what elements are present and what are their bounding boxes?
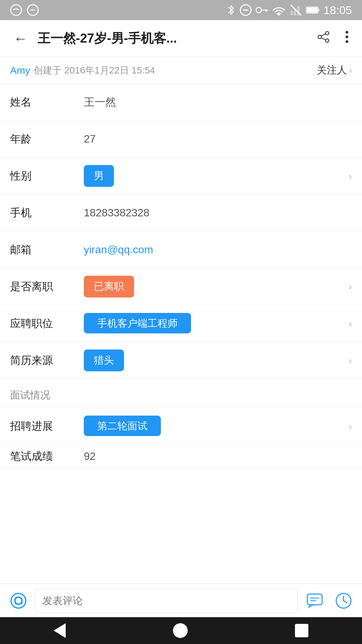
recruitment-badge[interactable]: 第二轮面试: [84, 416, 161, 436]
svg-line-20: [321, 34, 325, 36]
meta-author[interactable]: Amy: [10, 65, 30, 76]
svg-line-33: [344, 601, 347, 603]
field-value-resigned: 已离职: [84, 276, 345, 298]
meta-created: 创建于 2016年1月22日 15:54: [34, 64, 155, 77]
more-button[interactable]: [342, 27, 352, 50]
svg-point-17: [325, 32, 329, 35]
svg-point-22: [346, 31, 348, 34]
position-badge[interactable]: 手机客户端工程师: [84, 313, 191, 333]
field-label-gender: 性别: [10, 169, 84, 183]
position-chevron-icon: ›: [349, 318, 352, 329]
gender-badge[interactable]: 男: [84, 165, 114, 187]
svg-line-21: [321, 38, 325, 40]
follow-label: 关注人: [317, 63, 347, 77]
gender-chevron-icon: ›: [349, 170, 352, 182]
wifi-signal-icon: [272, 5, 286, 15]
resigned-chevron-icon: ›: [349, 281, 352, 292]
field-value-name: 王一然: [84, 95, 352, 110]
field-value-recruitment: 第二轮面试: [84, 419, 345, 433]
field-value-phone: 18283382328: [84, 207, 352, 219]
section-header-interview: 面试情况: [0, 379, 362, 408]
svg-rect-10: [291, 11, 293, 15]
svg-point-23: [346, 36, 348, 38]
share-button[interactable]: [312, 27, 335, 50]
field-label-recruitment: 招聘进展: [10, 419, 84, 434]
status-bar-left: [10, 4, 39, 16]
field-label-position: 应聘职位: [10, 316, 84, 331]
field-value-age: 27: [84, 133, 352, 145]
field-value-email[interactable]: yiran@qq.com: [84, 244, 352, 256]
follow-chevron-icon: ›: [349, 65, 352, 76]
svg-point-19: [325, 39, 329, 42]
svg-marker-28: [309, 605, 313, 607]
signal-icon: [27, 4, 39, 16]
field-position[interactable]: 应聘职位 手机客户端工程师 ›: [0, 305, 362, 342]
field-label-name: 姓名: [10, 95, 84, 110]
app-bar: ← 王一然-27岁-男-手机客...: [0, 20, 362, 57]
status-bar-right: 18:05: [226, 4, 352, 17]
field-gender[interactable]: 性别 男 ›: [0, 158, 362, 195]
field-value-gender: 男: [84, 165, 345, 187]
field-score-partial: 笔试成绩 92: [0, 445, 362, 468]
svg-point-0: [11, 5, 21, 15]
nav-back-button[interactable]: [54, 623, 66, 638]
source-badge[interactable]: 猎头: [84, 350, 124, 371]
no-signal-icon: [290, 4, 302, 16]
svg-point-24: [346, 40, 348, 43]
source-chevron-icon: ›: [349, 355, 352, 366]
field-label-resigned: 是否离职: [10, 279, 84, 294]
field-age: 年龄 27: [0, 121, 362, 158]
field-label-phone: 手机: [10, 206, 84, 220]
nav-recent-button[interactable]: [295, 624, 308, 637]
status-bar: 18:05: [0, 0, 362, 20]
clock-icon-button[interactable]: [332, 589, 355, 612]
recruitment-chevron-icon: ›: [349, 421, 352, 432]
svg-point-18: [318, 35, 321, 39]
svg-point-25: [11, 593, 26, 608]
status-time: 18:05: [323, 4, 352, 17]
back-button[interactable]: ←: [10, 27, 31, 50]
nav-bar: [0, 617, 362, 644]
field-value-position: 手机客户端工程师: [84, 317, 345, 330]
comment-input[interactable]: [36, 589, 298, 613]
field-phone: 手机 18283382328: [0, 195, 362, 231]
field-label-score: 笔试成绩: [10, 449, 84, 464]
wifi-icon: [10, 4, 22, 16]
field-email: 邮箱 yiran@qq.com: [0, 231, 362, 268]
field-source[interactable]: 简历来源 猎头 ›: [0, 342, 362, 379]
meta-row: Amy 创建于 2016年1月22日 15:54 关注人 ›: [0, 57, 362, 84]
field-label-email: 邮箱: [10, 243, 84, 257]
field-recruitment[interactable]: 招聘进展 第二轮面试 ›: [0, 408, 362, 445]
page-title: 王一然-27岁-男-手机客...: [38, 30, 305, 47]
bottom-bar: [0, 584, 362, 617]
meta-left: Amy 创建于 2016年1月22日 15:54: [10, 64, 155, 77]
at-button[interactable]: [7, 589, 30, 612]
svg-point-9: [278, 14, 280, 15]
field-value-score: 92: [84, 450, 96, 463]
field-resigned[interactable]: 是否离职 已离职 ›: [0, 268, 362, 305]
bluetooth-icon: [226, 4, 236, 16]
field-value-source: 猎头: [84, 350, 345, 371]
comment-icon-button[interactable]: [303, 589, 326, 612]
battery-icon: [306, 5, 319, 15]
follow-button[interactable]: 关注人 ›: [317, 63, 352, 77]
field-label-age: 年龄: [10, 132, 84, 147]
resigned-badge[interactable]: 已离职: [84, 276, 134, 298]
field-label-source: 简历来源: [10, 353, 84, 368]
block-icon: [240, 4, 252, 16]
nav-home-button[interactable]: [173, 623, 188, 638]
svg-point-5: [256, 7, 261, 13]
svg-rect-16: [307, 8, 317, 13]
field-name: 姓名 王一然: [0, 84, 362, 121]
svg-rect-15: [318, 9, 319, 11]
svg-rect-27: [307, 594, 322, 605]
key-icon: [256, 5, 268, 15]
